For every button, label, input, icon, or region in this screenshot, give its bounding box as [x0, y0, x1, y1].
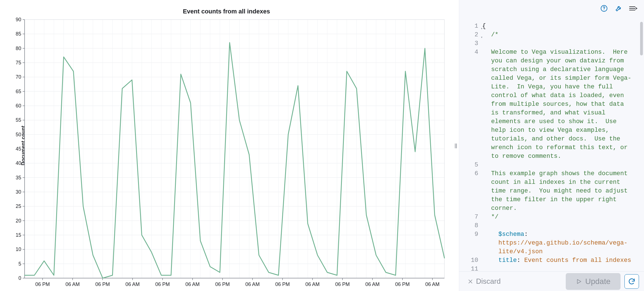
svg-text:06 PM: 06 PM — [335, 281, 350, 287]
svg-text:15: 15 — [16, 232, 21, 238]
code-line: 9$schema: https://vega.github.io/schema/… — [459, 230, 644, 256]
svg-text:06 AM: 06 AM — [305, 281, 319, 287]
play-icon — [576, 278, 582, 285]
close-icon — [468, 279, 473, 284]
svg-text:06 AM: 06 AM — [425, 281, 440, 287]
svg-text:50: 50 — [16, 132, 21, 137]
svg-text:25: 25 — [16, 203, 21, 209]
update-label: Update — [585, 277, 610, 286]
code-text — [482, 265, 644, 271]
code-line: 10title: Event counts from all indexes — [459, 256, 644, 265]
svg-text:85: 85 — [16, 31, 21, 37]
line-number: 11 — [459, 265, 482, 271]
svg-text:40: 40 — [16, 160, 21, 166]
svg-text:55: 55 — [16, 117, 21, 123]
resize-handle-icon: || — [454, 143, 457, 149]
svg-text:06 AM: 06 AM — [245, 281, 260, 287]
code-text: title: Event counts from all indexes — [482, 256, 644, 265]
chart-panel: Event counts from all indexes Document c… — [0, 0, 453, 291]
refresh-icon — [628, 278, 636, 285]
line-number: 4 — [459, 48, 482, 161]
code-line: 4Welcome to Vega visualizations. Here yo… — [459, 48, 644, 161]
help-icon[interactable] — [600, 4, 608, 13]
svg-text:70: 70 — [16, 74, 21, 80]
code-text — [482, 39, 644, 48]
line-number: 10 — [459, 256, 482, 265]
line-number: 3 — [459, 39, 482, 48]
line-number: 6 — [459, 169, 482, 213]
code-text: */ — [482, 213, 644, 221]
line-number: 1▾ — [459, 22, 482, 30]
code-line: 3 — [459, 39, 644, 48]
update-button[interactable]: Update — [566, 273, 621, 290]
expand-icon[interactable] — [629, 4, 637, 13]
code-text — [482, 161, 644, 169]
svg-text:30: 30 — [16, 189, 21, 195]
line-number: 8 — [459, 221, 482, 230]
svg-text:35: 35 — [16, 175, 21, 180]
wrench-icon[interactable] — [614, 4, 623, 13]
line-number: 5 — [459, 161, 482, 169]
code-editor[interactable]: 1▾{2▾/*34Welcome to Vega visualizations.… — [459, 17, 644, 271]
svg-text:06 PM: 06 PM — [395, 281, 410, 287]
code-text: Welcome to Vega visualizations. Here you… — [491, 48, 644, 161]
code-text: $schema: https://vega.github.io/schema/v… — [490, 230, 644, 256]
code-line: 1▾{ — [459, 22, 644, 30]
svg-text:06 PM: 06 PM — [155, 281, 170, 287]
line-number: 9 — [459, 230, 482, 256]
code-text: { — [482, 22, 644, 30]
code-line: 11 — [459, 265, 644, 271]
svg-text:06 PM: 06 PM — [275, 281, 290, 287]
code-line: 6This example graph shows the document c… — [459, 169, 644, 213]
svg-text:06 AM: 06 AM — [65, 281, 80, 287]
editor-bottom-bar: Discard Update — [459, 271, 644, 291]
svg-text:06 AM: 06 AM — [126, 281, 140, 287]
line-number: 7 — [459, 213, 482, 221]
svg-text:10: 10 — [16, 247, 21, 252]
discard-label: Discard — [476, 277, 501, 286]
line-chart: 05101520253035404550556065707580859006 P… — [0, 0, 453, 291]
svg-text:06 AM: 06 AM — [185, 281, 200, 287]
code-line: 8 — [459, 221, 644, 230]
code-line: 5 — [459, 161, 644, 169]
svg-text:0: 0 — [18, 275, 21, 281]
vega-editor-panel: 1▾{2▾/*34Welcome to Vega visualizations.… — [459, 0, 644, 291]
discard-button[interactable]: Discard — [464, 275, 504, 288]
refresh-button[interactable] — [624, 274, 639, 289]
svg-text:60: 60 — [16, 103, 21, 109]
code-text: This example graph shows the document co… — [491, 169, 644, 213]
editor-toolbar — [459, 0, 644, 17]
code-text: /* — [482, 30, 644, 39]
svg-marker-139 — [577, 279, 581, 283]
svg-point-133 — [604, 10, 604, 10]
svg-text:45: 45 — [16, 146, 21, 152]
svg-text:5: 5 — [18, 261, 21, 267]
svg-text:06 PM: 06 PM — [215, 281, 230, 287]
code-line: 2▾/* — [459, 30, 644, 39]
line-number: 2▾ — [459, 30, 482, 39]
svg-text:90: 90 — [16, 17, 21, 22]
svg-text:06 PM: 06 PM — [95, 281, 110, 287]
svg-text:80: 80 — [16, 46, 21, 51]
resize-handle[interactable]: || — [453, 0, 459, 291]
svg-text:20: 20 — [16, 218, 21, 224]
code-text — [482, 221, 644, 230]
svg-text:06 PM: 06 PM — [35, 281, 50, 287]
svg-text:75: 75 — [16, 60, 21, 65]
svg-text:06 AM: 06 AM — [365, 281, 380, 287]
code-line: 7*/ — [459, 213, 644, 221]
editor-scrollbar[interactable] — [640, 22, 643, 55]
svg-text:65: 65 — [16, 89, 21, 94]
